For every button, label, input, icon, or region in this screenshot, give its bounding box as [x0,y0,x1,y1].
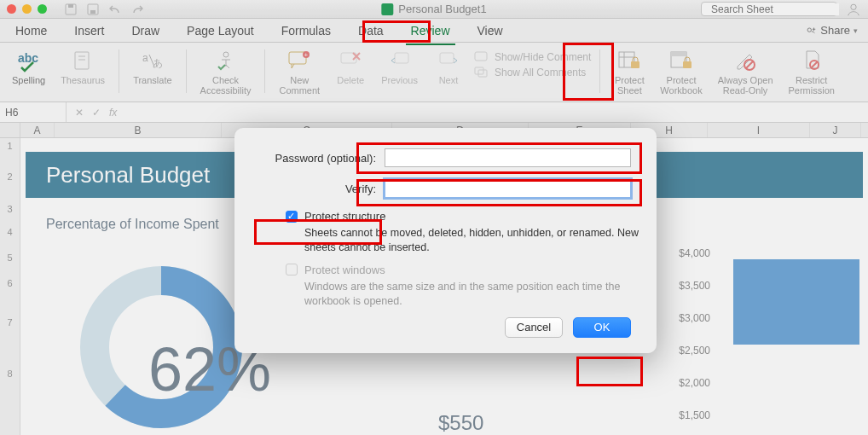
protect-windows-label: Protect windows [304,264,385,276]
protect-structure-label: Protect structure [304,210,385,223]
verify-input[interactable] [385,179,631,198]
protect-workbook-dialog: Password (optional): Verify: Protect str… [234,128,657,353]
protect-windows-desc: Windows are the same size and in the sam… [304,280,645,309]
protect-windows-checkbox [286,264,298,276]
verify-label: Verify: [260,183,376,195]
protect-structure-checkbox[interactable] [286,211,298,223]
cancel-button[interactable]: Cancel [505,317,563,338]
protect-structure-desc: Sheets cannot be moved, deleted, hidden,… [304,226,645,255]
ok-button[interactable]: OK [573,317,631,338]
password-label: Password (optional): [260,152,376,165]
password-input[interactable] [385,148,631,167]
